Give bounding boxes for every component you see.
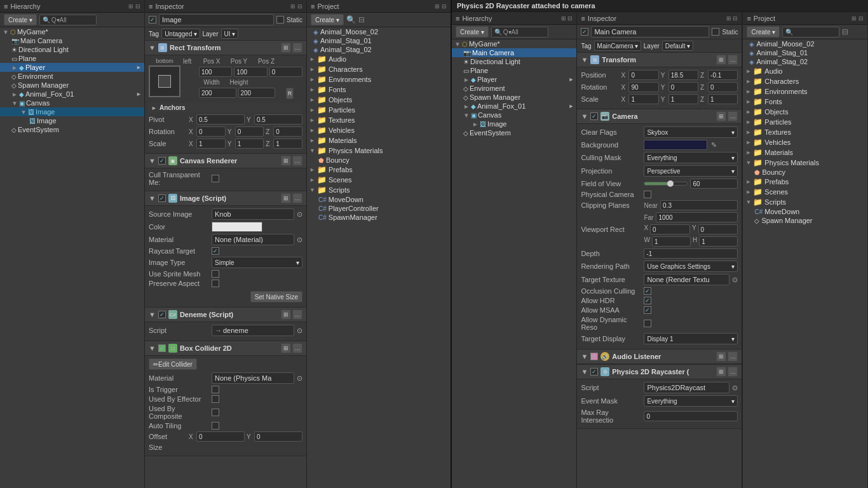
hierarchy-item-enviroment[interactable]: ◇ Enviroment [0,72,144,81]
r-physics2d-menu[interactable]: ⊞ [716,367,726,377]
pivot-x-input[interactable]: 0.5 [196,114,245,125]
canvas-renderer-menu[interactable]: ⊞ [281,156,291,166]
r-maxray-input[interactable]: 0 [644,411,738,421]
hierarchy-item-player[interactable]: ► ◆ Player ► [0,63,144,72]
rect-transform-menu-btn[interactable]: ⊞ [281,43,291,53]
rect-transform-header[interactable]: ▼ ⊞ Rect Transform ⊞ … [145,41,306,55]
r-clearflags-dropdown[interactable]: Skybox ▾ [644,126,738,138]
r-physics2d-header[interactable]: ▼ ⚙ Physics 2D Raycaster ( ⊞ … [577,365,742,379]
use-sprite-mesh-checkbox[interactable] [212,270,219,278]
image-type-dropdown[interactable]: Simple ▾ [212,257,302,268]
r-scale-y-input[interactable]: 1 [668,94,698,104]
r-eventmask-dropdown[interactable]: Everything ▾ [644,395,738,407]
hierarchy-item-directionallight[interactable]: ☀ Directional Light [0,45,144,54]
filter-icon[interactable]: ⊟ [358,15,365,24]
scale-y-input[interactable]: 1 [235,139,264,149]
project-item-scripts[interactable]: ▼ 📁 Scripts [307,185,451,195]
r-hierarchy-item-directionallight[interactable]: ☀ Directional Light [452,57,576,66]
r-project-item-materials[interactable]: ► 📁 Materials [743,147,867,158]
anchors-header[interactable]: ► Anchors [149,103,302,112]
filter-icon2[interactable]: ⊟ [842,27,848,36]
r-hierarchy-item-environment[interactable]: ◇ Enviroment [452,84,576,93]
r-project-item-animal-stag-02[interactable]: ◈ Animal_Stag_02 [743,57,867,66]
source-image-dot-btn[interactable]: ⊙ [297,210,302,219]
r-projection-dropdown[interactable]: Perspective ▾ [644,165,738,177]
r-physics2d-script-value[interactable]: Physics2DRaycast [644,382,729,393]
collider-material-value[interactable]: None (Physics Ma [212,372,294,384]
left-tag-dropdown[interactable]: Untagged ▾ [161,29,200,39]
r-viewport-w-input[interactable]: 1 [652,236,691,247]
scale-z-input[interactable]: 1 [273,139,302,149]
r-rot-x-input[interactable]: 90 [628,82,658,92]
canvas-renderer-header[interactable]: ▼ ▣ Canvas Renderer ⊞ … [145,154,306,168]
r-fov-slider[interactable] [644,182,688,186]
r-camera-active[interactable] [590,112,598,120]
hierarchy-item-spawnmanager[interactable]: ◇ Spawn Manager [0,81,144,90]
r-clip-far-input[interactable]: 1000 [656,212,738,222]
r-camera-menu[interactable]: ⊞ [716,111,726,121]
r-project-item-particles[interactable]: ► 📁 Particles [743,117,867,127]
hierarchy-item-mygame[interactable]: ▼ ⬡ MyGame* [0,27,144,36]
r-project-item-objects[interactable]: ► 📁 Objects [743,107,867,117]
deneme-dot-btn[interactable]: ⊙ [297,327,302,335]
hierarchy-item-canvas[interactable]: ▼ ▣ Canvas [0,98,144,107]
r-hierarchy-item-image[interactable]: ► 🖼 Image [452,119,576,128]
project-item-spawnmanager-script[interactable]: C# SpawnManager [307,213,451,222]
left-project-create-btn[interactable]: Create ▾ [311,14,344,25]
project-item-vehicles[interactable]: ► 📁 Vehicles [307,125,451,135]
r-background-swatch[interactable] [644,140,707,150]
project-item-objects[interactable]: ► 📁 Objects [307,95,451,105]
deneme-script-value[interactable]: → deneme [212,325,294,336]
hierarchy-item-maincamera[interactable]: 📷 Main Camera [0,36,144,45]
r-physicalcamera-checkbox[interactable] [644,191,651,198]
r-scale-x-input[interactable]: 1 [628,94,658,104]
project-item-scenes[interactable]: ► 📁 Scenes [307,175,451,185]
box-collider-active[interactable] [158,344,166,352]
r-rot-z-input[interactable]: 0 [708,82,738,92]
r-transform-dots[interactable]: … [728,55,738,65]
edit-collider-btn[interactable]: ✏ Edit Collider [149,358,197,370]
r-background-edit[interactable]: ✎ [711,141,717,149]
project-item-playercontroller[interactable]: C# PlayerController [307,204,451,213]
canvas-renderer-dots[interactable]: … [292,156,302,166]
project-item-animal-stag-02[interactable]: ◈ Animal_Stag_02 [307,45,451,54]
pos-x-input[interactable]: 100 [199,67,232,77]
r-fov-input[interactable]: 60 [690,179,738,189]
offset-y-input[interactable]: 0 [254,431,302,442]
height-input[interactable]: 200 [238,88,276,98]
left-layer-dropdown[interactable]: UI ▾ [221,29,238,39]
is-trigger-checkbox[interactable] [212,386,219,393]
r-clip-near-input[interactable]: 0.3 [660,200,738,210]
project-item-characters[interactable]: ► 📁 Characters [307,64,451,74]
r-transform-header[interactable]: ▼ ⊞ Transform ⊞ … [577,53,742,67]
rot-z-input[interactable]: 0 [273,126,302,137]
project-item-environments[interactable]: ► 📁 Environments [307,74,451,85]
r-fov-thumb[interactable] [667,180,674,187]
material-dot-btn[interactable]: ⊙ [297,236,302,244]
left-static-checkbox[interactable] [276,16,284,24]
project-item-bouncy[interactable]: ⬟ Bouncy [307,156,451,165]
r-occlusionculling-checkbox[interactable] [644,287,651,295]
r-hierarchy-item-spawnmanager[interactable]: ◇ Spawn Manager [452,93,576,102]
right-hierarchy-search[interactable]: 🔍 Q▾All [491,27,548,37]
r-renderingpath-dropdown[interactable]: Use Graphics Settings ▾ [644,261,738,272]
r-project-item-spawnmanager[interactable]: ◇ Spawn Manager [743,216,867,225]
canvas-renderer-active[interactable] [158,157,166,165]
r-viewport-y-input[interactable]: 0 [698,224,738,234]
r-hierarchy-item-plane[interactable]: ▭ Plane [452,66,576,75]
box-collider-header[interactable]: ▼ □ Box Collider 2D ⊞ … [145,341,306,356]
r-camera-header[interactable]: ▼ 📷 Camera ⊞ … [577,109,742,124]
source-image-value[interactable]: Knob [212,208,294,220]
hierarchy-item-eventsystem[interactable]: ◇ EventSystem [0,125,144,134]
preserve-aspect-checkbox[interactable] [212,280,219,287]
r-project-item-vehicles[interactable]: ► 📁 Vehicles [743,137,867,147]
r-allowdynamicres-checkbox[interactable] [644,320,651,327]
right-go-active-checkbox[interactable] [581,28,588,36]
box-collider-menu[interactable]: ⊞ [281,343,291,353]
r-physics2d-script-dot[interactable]: ⊙ [732,384,738,392]
right-go-name-input[interactable]: Main Camera [591,26,709,37]
right-tag-dropdown[interactable]: MainCamera ▾ [594,41,641,51]
rot-y-input[interactable]: 0 [235,126,264,137]
r-audiolistener-header[interactable]: ▼ 🔊 Audio Listener ⊞ … [577,349,742,364]
r-scale-z-input[interactable]: 1 [708,94,738,104]
